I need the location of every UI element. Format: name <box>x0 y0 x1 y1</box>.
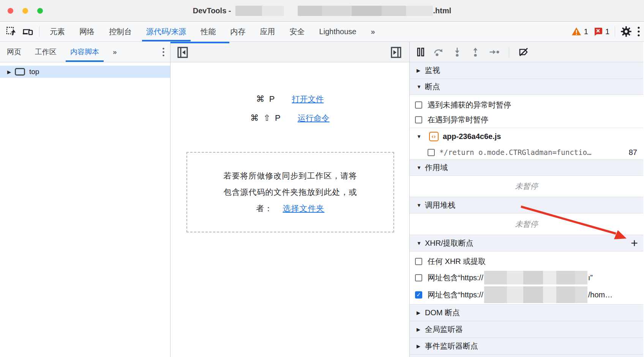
kebab-menu-icon[interactable] <box>637 26 640 37</box>
maximize-window-icon[interactable] <box>37 8 43 14</box>
tab-console[interactable]: 控制台 <box>102 22 139 41</box>
warnings-indicator[interactable]: 1 <box>571 27 588 36</box>
tab-workspace[interactable]: 工作区 <box>28 42 63 62</box>
window-titlebar: DevTools - .html <box>0 0 644 22</box>
editor-toolbar <box>170 42 409 62</box>
workspace-dropzone[interactable]: 若要将所做修改同步到工作区，请将 包含源代码的文件夹拖放到此处，或 者： 选择文… <box>186 152 394 232</box>
xhr-url-row-1: 网址包含“https:// ı” <box>410 269 643 286</box>
js-file-icon: ‹› <box>429 132 439 141</box>
deactivate-breakpoints-icon[interactable] <box>518 47 529 57</box>
open-file-keys: ⌘ P <box>256 94 276 104</box>
expand-arrow-icon[interactable]: ▶ <box>7 69 11 75</box>
section-scope[interactable]: ▼ 作用域 <box>410 160 643 176</box>
section-global-listeners[interactable]: ▶ 全局监听器 <box>410 321 643 338</box>
xhr-url1-checkbox[interactable] <box>415 274 422 281</box>
settings-gear-icon[interactable] <box>620 26 632 37</box>
tab-page[interactable]: 网页 <box>0 42 28 62</box>
breakpoint-entry-code: */return o.mode.CTRGladman=functio… <box>439 148 625 156</box>
collapse-arrow-icon: ▶ <box>417 327 425 332</box>
section-csp-violation-breakpoints[interactable]: ▶ CSP 违规断点 <box>410 355 643 357</box>
select-folder-link[interactable]: 选择文件夹 <box>283 203 325 214</box>
xhr-url-row-2: ✓ 网址包含“https:// /hom… <box>410 286 643 303</box>
panel-tabs: 元素 网络 控制台 源代码/来源 性能 内存 应用 安全 Lighthouse … <box>43 22 383 41</box>
tab-network[interactable]: 网络 <box>72 22 102 41</box>
inspect-element-icon[interactable] <box>6 27 16 37</box>
redacted-url-segment <box>484 271 587 284</box>
breakpoint-entry-row[interactable]: */return o.mode.CTRGladman=functio… 87 <box>410 145 643 160</box>
scope-not-paused-message: 未暂停 <box>410 176 643 197</box>
run-command-keys: ⌘ ⇧ P <box>250 113 281 123</box>
error-count: 1 <box>605 27 609 36</box>
xhr-url2-suffix: /hom… <box>588 291 612 299</box>
call-stack-not-paused-message: 未暂停 <box>410 213 643 235</box>
any-xhr-row: 任何 XHR 或提取 <box>410 253 643 269</box>
expand-arrow-icon: ▼ <box>417 240 425 246</box>
step-icon[interactable] <box>489 47 500 57</box>
minimize-window-icon[interactable] <box>22 8 28 14</box>
navigator-tabs: 网页 工作区 内容脚本 » <box>0 42 170 62</box>
any-xhr-label: 任何 XHR 或提取 <box>428 256 486 267</box>
tab-lighthouse[interactable]: Lighthouse <box>312 22 364 41</box>
open-file-link[interactable]: 打开文件 <box>292 94 324 104</box>
traffic-lights <box>8 8 43 14</box>
close-window-icon[interactable] <box>8 8 13 14</box>
pause-caught-exceptions-row: 在遇到异常时暂停 <box>410 112 643 127</box>
breakpoint-file-group[interactable]: ▼ ‹› app-236a4c6e.js <box>410 128 643 145</box>
show-debugger-icon[interactable] <box>391 47 401 58</box>
xhr-url2-prefix: 网址包含“https:// <box>428 290 483 300</box>
dropzone-text-line3: 者： <box>256 203 273 214</box>
redacted-title-segment <box>235 6 284 16</box>
tree-item-label: top <box>29 68 39 76</box>
errors-indicator[interactable]: 1 <box>593 27 609 36</box>
pause-uncaught-checkbox[interactable] <box>415 101 422 109</box>
window-title-prefix: DevTools - <box>193 6 231 15</box>
tree-item-top-frame[interactable]: ▶ top <box>0 66 170 78</box>
section-xhr-breakpoints[interactable]: ▼ XHR/提取断点 + <box>410 235 643 251</box>
editor-pane: ⌘ P 打开文件 ⌘ ⇧ P 运行命令 若要将所做修改同步到工作区，请将 包含源… <box>170 42 410 357</box>
step-over-icon[interactable] <box>434 47 444 57</box>
debugger-toolbar <box>410 42 643 62</box>
pause-uncaught-label: 遇到未捕获的异常时暂停 <box>428 100 511 110</box>
section-breakpoints[interactable]: ▼ 断点 <box>410 79 643 95</box>
more-navigator-tabs-icon[interactable]: » <box>106 42 125 62</box>
window-title-suffix: .html <box>433 6 451 15</box>
pause-caught-checkbox[interactable] <box>415 116 422 123</box>
xhr-url1-prefix: 网址包含“https:// <box>428 273 483 283</box>
section-watch-label: 监视 <box>425 65 440 76</box>
tab-memory[interactable]: 内存 <box>223 22 253 41</box>
expand-arrow-icon: ▼ <box>417 84 425 90</box>
xhr-url2-checkbox[interactable]: ✓ <box>415 291 422 299</box>
step-out-icon[interactable] <box>471 47 480 57</box>
tab-security[interactable]: 安全 <box>283 22 312 41</box>
section-event-listener-breakpoints[interactable]: ▶ 事件监听器断点 <box>410 338 643 355</box>
more-tabs-icon[interactable]: » <box>363 22 383 41</box>
section-global-listeners-label: 全局监听器 <box>425 324 463 335</box>
navigator-kebab-menu-icon[interactable] <box>162 47 165 57</box>
run-command-link[interactable]: 运行命令 <box>298 113 330 123</box>
warning-count: 1 <box>584 27 588 36</box>
devtools-tabstrip: 元素 网络 控制台 源代码/来源 性能 内存 应用 安全 Lighthouse … <box>0 22 644 42</box>
warning-triangle-icon <box>571 27 581 36</box>
section-watch[interactable]: ▶ 监视 <box>410 62 643 79</box>
editor-placeholder: ⌘ P 打开文件 ⌘ ⇧ P 运行命令 若要将所做修改同步到工作区，请将 包含源… <box>170 62 409 357</box>
collapse-arrow-icon: ▶ <box>417 310 425 316</box>
add-xhr-breakpoint-button[interactable]: + <box>631 237 638 249</box>
step-into-icon[interactable] <box>453 47 462 57</box>
redacted-title-segment <box>298 6 433 16</box>
tab-performance[interactable]: 性能 <box>194 22 223 41</box>
pause-script-icon[interactable] <box>417 47 425 57</box>
tab-sources[interactable]: 源代码/来源 <box>139 22 194 41</box>
tab-elements[interactable]: 元素 <box>43 22 72 41</box>
hide-navigator-icon[interactable] <box>177 47 188 58</box>
breakpoint-entry-checkbox[interactable] <box>428 149 435 156</box>
any-xhr-checkbox[interactable] <box>415 258 422 265</box>
tab-content-scripts[interactable]: 内容脚本 <box>63 42 106 62</box>
tab-application[interactable]: 应用 <box>253 22 283 41</box>
section-dom-breakpoints[interactable]: ▶ DOM 断点 <box>410 304 643 321</box>
dropzone-text-line1: 若要将所做修改同步到工作区，请将 <box>224 171 357 181</box>
toolbar-separator <box>39 26 39 37</box>
section-call-stack-label: 调用堆栈 <box>425 200 455 210</box>
section-call-stack[interactable]: ▼ 调用堆栈 <box>410 197 643 213</box>
section-event-listeners-label: 事件监听器断点 <box>425 341 478 351</box>
device-toolbar-icon[interactable] <box>22 27 34 37</box>
